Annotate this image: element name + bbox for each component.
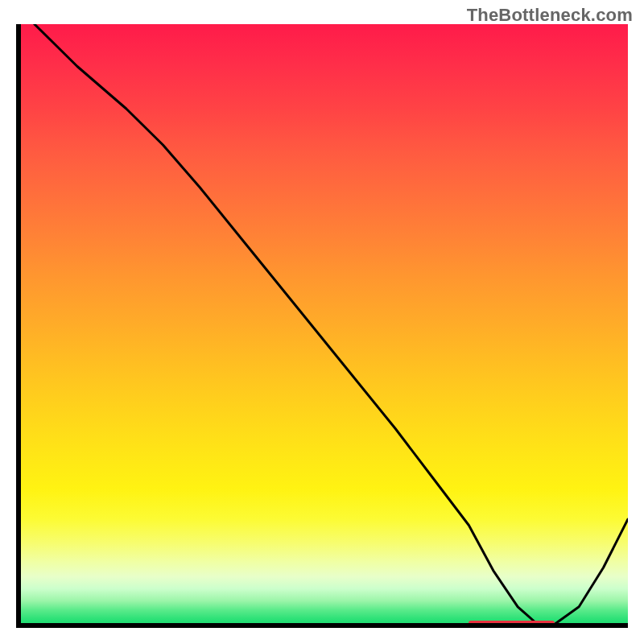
- curve-layer: [16, 24, 628, 628]
- y-axis-line: [16, 24, 21, 628]
- x-axis-line: [16, 623, 628, 628]
- chart-container: TheBottleneck.com: [0, 0, 644, 644]
- bottleneck-curve-path: [35, 24, 628, 625]
- plot-area: [16, 24, 628, 628]
- watermark-text: TheBottleneck.com: [467, 5, 633, 26]
- plot-outer: [16, 24, 628, 628]
